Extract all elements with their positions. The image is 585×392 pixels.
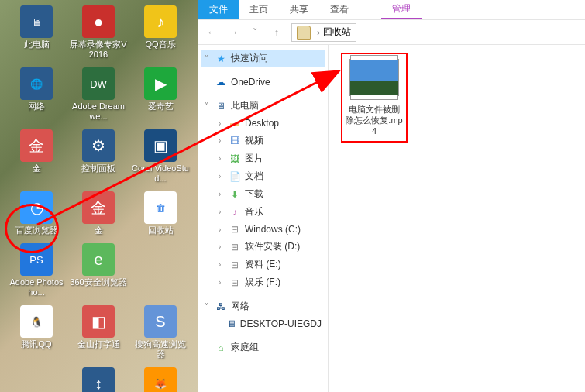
app-icon: ↕ [82, 367, 115, 392]
document-icon: 📄 [228, 170, 242, 183]
app-icon: DW [82, 67, 115, 100]
desktop-icon[interactable]: DWAdobe Dreamwe... [68, 66, 129, 123]
tree-onedrive[interactable]: ☁ OneDrive [201, 74, 325, 91]
video-icon: 🎞 [228, 135, 242, 147]
tree-drive-c[interactable]: ›⊟ Windows (C:) [201, 221, 325, 238]
desktop-icon[interactable]: ▣Corel VideoStud... [130, 128, 191, 185]
tree-network[interactable]: ˅🖧 网络 [201, 297, 325, 315]
icon-label: 百度浏览器 [15, 225, 58, 236]
icon-label: 搜狗高速浏览器 [132, 339, 189, 359]
tree-label: DESKTOP-UIEGDJ [240, 318, 322, 329]
tree-pictures[interactable]: ›🖼 图片 [201, 150, 325, 167]
tab-share[interactable]: 共享 [279, 0, 319, 19]
tree-network-pc[interactable]: 🖥 DESKTOP-UIEGDJ [201, 315, 325, 332]
cloud-icon: ☁ [214, 76, 228, 88]
tree-label: 图片 [245, 152, 263, 165]
app-icon: 金 [82, 191, 115, 224]
icon-label: 屏幕录像专家V2016 [70, 40, 127, 60]
desktop-icon[interactable]: 金金 [68, 190, 129, 237]
app-icon: 🦊 [144, 367, 177, 392]
star-icon: ★ [214, 53, 228, 65]
icon-label: 此电脑 [24, 40, 50, 50]
desktop-icon[interactable]: 🗑回收站 [130, 190, 191, 237]
drive-icon: ⊟ [228, 259, 242, 271]
network-icon: 🖧 [214, 301, 228, 313]
file-explorer-window: 文件 主页 共享 查看 管理 ← → ˅ ↑ › 回收站 ˅★ 快速访问 [198, 0, 585, 392]
app-icon: PS [20, 243, 53, 276]
tree-drive-d[interactable]: ›⊟ 软件安装 (D:) [201, 238, 325, 256]
tree-videos[interactable]: ›🎞 视频 [201, 132, 325, 150]
desktop-icon[interactable]: ●屏幕录像专家V2016 [68, 4, 129, 61]
nav-up-button[interactable]: ↑ [267, 22, 287, 43]
app-icon: ● [82, 5, 115, 38]
tree-music[interactable]: ›♪ 音乐 [201, 203, 325, 221]
desktop-icon[interactable]: e360安全浏览器 [68, 242, 129, 299]
desktop-icon[interactable]: ◧金山打字通 [68, 304, 129, 361]
desktop-icon[interactable]: 🐧腾讯QQ [6, 304, 67, 361]
tree-label: 家庭组 [231, 341, 259, 354]
app-icon: ▣ [144, 129, 177, 162]
content-pane[interactable]: 电脑文件被删除怎么恢复.mp4 [329, 45, 585, 392]
tree-label: OneDrive [231, 77, 270, 88]
desktop-icon[interactable]: PSAdobe Photosho... [6, 242, 67, 299]
desktop-icon[interactable]: ◔百度浏览器 [6, 190, 67, 237]
homegroup-icon: ⌂ [214, 342, 228, 354]
pc-icon: 🖥 [214, 100, 228, 112]
icon-label: 控制面板 [81, 163, 115, 174]
music-icon: ♪ [228, 206, 242, 218]
tree-label: 视频 [245, 134, 263, 147]
desktop-icon[interactable]: 金金 [6, 128, 67, 185]
desktop-icon[interactable]: 🦊Mozilla Firefox [130, 366, 191, 392]
desktop-icon[interactable]: ♪QQ音乐 [130, 4, 191, 61]
desktop-icon[interactable]: S搜狗高速浏览器 [130, 304, 191, 361]
desktop-icon[interactable]: 🖥此电脑 [6, 4, 67, 61]
tree-label: 下载 [245, 187, 263, 201]
app-icon: ⚙ [82, 129, 115, 162]
icon-label: Adobe Photosho... [8, 277, 65, 297]
app-icon: 🌐 [20, 67, 53, 100]
file-item-video[interactable]: 电脑文件被删除怎么恢复.mp4 [341, 53, 408, 143]
tab-home[interactable]: 主页 [239, 0, 279, 19]
tab-file[interactable]: 文件 [198, 0, 239, 19]
tree-label: Desktop [245, 118, 279, 129]
recycle-bin-icon [297, 26, 311, 40]
tree-label: 此电脑 [231, 99, 259, 112]
drive-icon: ⊟ [228, 223, 242, 236]
desktop-icon[interactable]: ⚙控制面板 [68, 128, 129, 185]
icon-label: 网络 [28, 101, 45, 112]
breadcrumb[interactable]: › 回收站 [291, 23, 356, 42]
picture-icon: 🖼 [228, 153, 242, 165]
desktop-icon[interactable]: 🌐网络 [6, 66, 67, 123]
nav-forward-button[interactable]: → [223, 22, 243, 43]
tree-drive-f[interactable]: ›⊟ 娱乐 (F:) [201, 273, 325, 291]
desktop-area[interactable]: 🖥此电脑●屏幕录像专家V2016♪QQ音乐🌐网络DWAdobe Dreamwe.… [0, 0, 198, 392]
ribbon-tabs: 文件 主页 共享 查看 管理 [198, 0, 585, 20]
icon-label: 金 [33, 163, 41, 174]
tree-label: 网络 [231, 300, 249, 313]
tab-view[interactable]: 查看 [319, 0, 360, 19]
desktop-icon[interactable]: ▶爱奇艺 [130, 66, 191, 123]
icon-label: Corel VideoStud... [132, 163, 189, 184]
icon-label: 金 [95, 225, 103, 236]
drive-icon: ⊟ [228, 241, 242, 253]
nav-history-button[interactable]: ˅ [245, 22, 265, 43]
nav-back-button[interactable]: ← [201, 22, 222, 43]
file-name-label: 电脑文件被删除怎么恢复.mp4 [346, 104, 403, 136]
navigation-tree: ˅★ 快速访问 ☁ OneDrive ˅🖥 此电脑 ›▬ Desktop [198, 45, 329, 392]
desktop-icon[interactable]: ↕8UFTP [68, 366, 129, 392]
tab-manage[interactable]: 管理 [381, 0, 422, 19]
icon-label: 金山打字通 [77, 339, 120, 349]
tree-label: 软件安装 (D:) [245, 240, 300, 253]
tree-this-pc[interactable]: ˅🖥 此电脑 [201, 97, 325, 115]
tree-downloads[interactable]: ›⬇ 下载 [201, 185, 325, 203]
icon-label: 360安全浏览器 [70, 277, 126, 287]
tree-desktop[interactable]: ›▬ Desktop [201, 115, 325, 132]
app-icon: 🗑 [144, 191, 177, 224]
tree-homegroup[interactable]: ⌂ 家庭组 [201, 339, 325, 356]
tree-quick-access[interactable]: ˅★ 快速访问 [201, 50, 325, 67]
tree-drive-e[interactable]: ›⊟ 资料 (E:) [201, 256, 325, 273]
icon-label: 回收站 [148, 225, 174, 236]
app-icon: 🐧 [20, 305, 53, 338]
icon-label: 腾讯QQ [21, 339, 51, 349]
tree-documents[interactable]: ›📄 文档 [201, 167, 325, 185]
